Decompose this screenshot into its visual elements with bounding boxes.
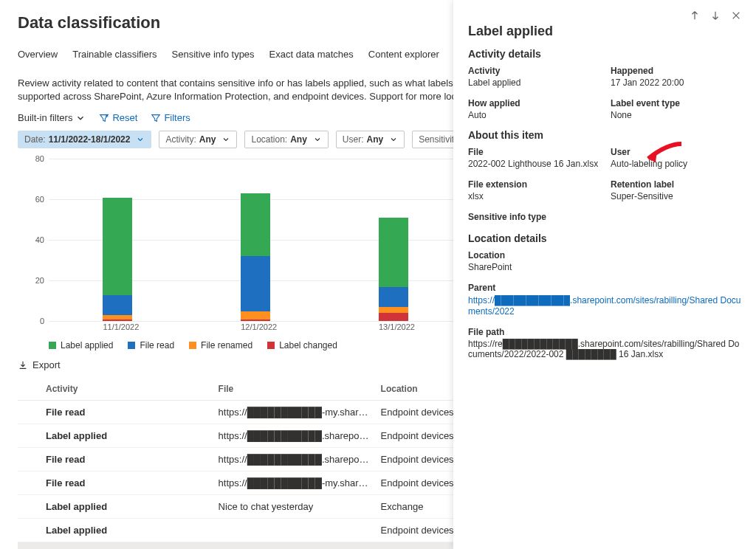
y-tick: 0 <box>40 317 44 325</box>
happened-value: 17 Jan 2022 20:00 <box>611 77 741 88</box>
filters-label: Filters <box>164 112 190 123</box>
bar-column[interactable] <box>241 193 270 321</box>
filter-user-label: User: <box>343 134 364 145</box>
legend-label: File renamed <box>201 340 252 351</box>
user-value: Auto-labeling policy <box>611 159 741 169</box>
filter-activity-label: Activity: <box>165 134 196 145</box>
file-value: 2022-002 Lighthouse 16 Jan.xlsx <box>468 159 599 169</box>
col-activity[interactable]: Activity <box>40 378 213 401</box>
cell-activity: File read <box>40 401 213 424</box>
legend-swatch <box>189 342 196 349</box>
filter-reset-icon <box>99 113 109 123</box>
y-tick: 20 <box>35 276 44 285</box>
legend-swatch <box>49 342 56 349</box>
location-label: Location <box>468 250 741 260</box>
file-ext-label: File extension <box>468 179 599 190</box>
cell-activity: Label applied <box>40 519 213 542</box>
legend-label: Label changed <box>279 340 337 351</box>
bar-column[interactable] <box>103 198 132 322</box>
x-tick: 11/1/2022 <box>103 322 132 336</box>
happened-label: Happened <box>611 66 741 76</box>
bar-column[interactable] <box>379 218 408 321</box>
filter-activity[interactable]: Activity: Any <box>159 131 237 148</box>
cell-file: https://███████████-my.sharepoint.com/pe… <box>213 472 375 495</box>
col-file[interactable]: File <box>213 378 375 401</box>
chevron-down-icon <box>75 113 86 123</box>
filter-location[interactable]: Location: Any <box>244 131 328 148</box>
cell-file: https://███████████-my.sharepoint.com/pe… <box>213 401 375 424</box>
cell-activity: File read <box>40 472 213 495</box>
export-label: Export <box>32 359 61 370</box>
filters-button[interactable]: Filters <box>151 112 190 123</box>
tab-trainable-classifiers[interactable]: Trainable classifiers <box>72 44 157 69</box>
previous-icon[interactable] <box>690 10 700 21</box>
file-ext-value: xlsx <box>468 191 599 201</box>
chevron-down-icon <box>136 135 145 144</box>
parent-label: Parent <box>468 283 741 293</box>
filter-date[interactable]: Date: 11/1/2022-18/1/2022 <box>18 131 151 148</box>
cell-file: https://███████████.sharepoint.com/sites… <box>213 424 375 448</box>
event-type-value: None <box>611 110 741 120</box>
tab-sensitive-info-types[interactable]: Sensitive info types <box>172 44 255 69</box>
panel-title: Label applied <box>468 24 741 39</box>
sensitive-info-type-label: Sensitive info type <box>468 212 741 222</box>
cell-file: https://███████████.sharepoint.com/sites… <box>213 542 375 549</box>
about-item-heading: About this item <box>468 129 741 141</box>
cell-file: https://███████████.sharepoint.com/sites… <box>213 448 375 472</box>
legend-swatch <box>128 342 135 349</box>
activity-label: Activity <box>468 66 599 76</box>
filter-user[interactable]: User: Any <box>336 131 405 148</box>
cell-activity: Label applied <box>40 424 213 448</box>
tab-overview[interactable]: Overview <box>18 44 58 69</box>
builtin-filters-label: Built-in filters <box>18 112 72 123</box>
filter-icon <box>151 113 161 123</box>
filter-activity-value: Any <box>199 134 216 145</box>
download-icon <box>18 360 28 370</box>
legend-item[interactable]: Label changed <box>267 340 337 351</box>
how-applied-label: How applied <box>468 98 599 108</box>
filter-date-label: Date: <box>24 134 46 145</box>
filepath-label: File path <box>468 327 741 337</box>
reset-button[interactable]: Reset <box>99 112 137 123</box>
how-applied-value: Auto <box>468 110 599 120</box>
legend-item[interactable]: File read <box>128 340 174 351</box>
legend-label: Label applied <box>61 340 113 351</box>
chevron-down-icon <box>389 135 398 144</box>
chevron-down-icon <box>313 135 322 144</box>
cell-file <box>213 519 375 542</box>
legend-label: File read <box>140 340 174 351</box>
details-panel: Label applied Activity details ActivityL… <box>453 0 756 549</box>
legend-item[interactable]: Label applied <box>49 340 113 351</box>
legend-item[interactable]: File renamed <box>189 340 252 351</box>
cell-file: Nice to chat yesterday <box>213 495 375 519</box>
chevron-down-icon <box>221 135 230 144</box>
filter-date-value: 11/1/2022-18/1/2022 <box>49 134 131 145</box>
cell-activity: Label applied <box>40 542 213 549</box>
next-icon[interactable] <box>710 10 721 21</box>
tab-exact-data-matches[interactable]: Exact data matches <box>269 44 354 69</box>
filter-location-value: Any <box>290 134 307 145</box>
close-icon[interactable] <box>731 10 741 21</box>
filter-location-label: Location: <box>251 134 287 145</box>
tab-content-explorer[interactable]: Content explorer <box>368 44 439 69</box>
retention-label: Retention label <box>611 179 741 190</box>
location-value: SharePoint <box>468 262 741 272</box>
location-details-heading: Location details <box>468 232 741 244</box>
y-tick: 40 <box>35 235 44 244</box>
cell-activity: File read <box>40 448 213 472</box>
y-tick: 60 <box>35 195 44 204</box>
filter-user-value: Any <box>367 134 384 145</box>
builtin-filters-dropdown[interactable]: Built-in filters <box>18 112 86 123</box>
activity-details-heading: Activity details <box>468 48 741 60</box>
user-label: User <box>611 147 741 157</box>
legend-swatch <box>267 342 275 349</box>
x-tick: 13/1/2022 <box>379 322 408 336</box>
x-tick: 12/1/2022 <box>241 322 270 336</box>
activity-value: Label applied <box>468 77 599 88</box>
file-label: File <box>468 147 599 157</box>
event-type-label: Label event type <box>611 98 741 108</box>
reset-label: Reset <box>112 112 137 123</box>
parent-link[interactable]: https://████████████.sharepoint.com/site… <box>468 295 741 317</box>
y-tick: 80 <box>35 154 44 163</box>
filepath-value: https://re████████████.sharepoint.com/si… <box>468 339 741 359</box>
